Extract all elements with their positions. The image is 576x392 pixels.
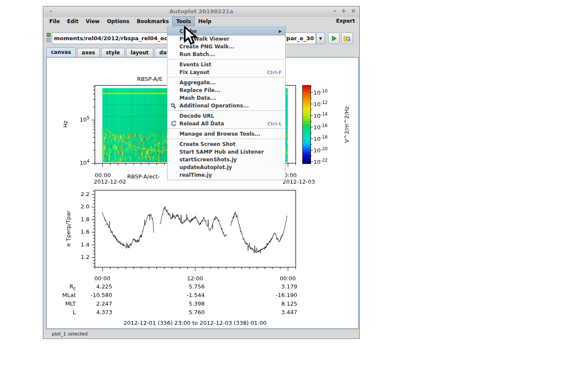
aux-row-label-re: RE: [50, 283, 76, 291]
colorbar-tick-10e-12: 10-12: [313, 100, 328, 107]
menu-item-label: Start SAMP Hub and Listener: [179, 149, 264, 155]
play-icon: [331, 35, 337, 42]
menu-item-fix-layout[interactable]: Fix LayoutCtrl-F: [167, 68, 285, 76]
colorbar-tick-10e-14: 10-14: [313, 112, 328, 119]
menu-item-label: Manage and Browse Tools...: [179, 131, 260, 137]
menu-item-label: startScreenShots.jy: [179, 157, 237, 163]
menubar-item-edit[interactable]: Edit: [64, 17, 82, 26]
menu-item-startscreenshots-jy[interactable]: startScreenShots.jy: [167, 156, 285, 163]
datasource-green-square-icon: [47, 33, 51, 37]
datasource-blue-square-icon: [47, 38, 51, 42]
menubar-item-view[interactable]: View: [82, 17, 103, 26]
menubar-item-bookmarks[interactable]: Bookmarks: [133, 17, 172, 26]
expert-label: Expert: [336, 18, 355, 24]
menu-item-events-list[interactable]: Events List: [167, 61, 285, 68]
colorbar: [302, 85, 311, 164]
top-xtick-left-time: 00:00: [94, 172, 111, 178]
menu-item-label: Aggregate...: [179, 80, 216, 86]
status-text: plot_1 selected: [52, 331, 88, 337]
menu-item-label: Mash Data...: [179, 95, 216, 101]
menu-item-reload-all-data[interactable]: Reload All DataCtrl-L: [167, 120, 285, 128]
menu-item-additional-operations[interactable]: Additional Operations...: [167, 102, 285, 110]
menu-item-run-batch[interactable]: Run Batch...: [167, 50, 285, 58]
menu-separator: [167, 77, 285, 78]
menu-item-label: Replace File...: [179, 87, 221, 93]
menu-item-manage-and-browse-tools[interactable]: Manage and Browse Tools...: [167, 130, 285, 138]
colorbar-tick-10e-16: 10-16: [313, 123, 328, 131]
close-button[interactable]: ×: [351, 7, 356, 14]
autoplot-window: ▾ Autoplot 20190221a – + × FileEditViewO…: [43, 6, 360, 339]
uri-dropdown-button[interactable]: ▼: [316, 33, 325, 44]
menubar-item-file[interactable]: File: [46, 17, 63, 26]
aux-value: 3.179: [259, 283, 297, 290]
bottom-plot-xtick-1: 12:00: [185, 275, 206, 282]
menubar: FileEditViewOptionsBookmarksToolsHelp Ex…: [43, 17, 359, 26]
menu-item-label: Create Screen Shot: [179, 141, 236, 147]
chevron-down-icon: ▼: [319, 36, 322, 41]
uri-text-left: moments/rel04/2012/rbspa_rel04_ect-h: [54, 35, 176, 42]
aux-value: 2.247: [74, 300, 112, 307]
bottom-plot-ytick-1.2: 1.2: [64, 254, 90, 260]
tab-canvas[interactable]: canvas: [46, 47, 76, 57]
status-bar: plot_1 selected: [43, 329, 359, 339]
colorbar-label: V^2/m^2/Hz: [343, 106, 350, 143]
aux-row-label-l: L: [50, 309, 76, 315]
inspect-uri-button[interactable]: [341, 33, 353, 44]
minimize-button[interactable]: –: [334, 7, 337, 14]
submenu-arrow-icon: ▶: [279, 29, 282, 33]
aux-row-label-mlat: MLat: [50, 292, 76, 298]
timeseries-plot[interactable]: [95, 190, 295, 267]
time-range-footer: 2012-12-01 (336) 23:00 to 2012-12-03 (33…: [95, 320, 295, 326]
go-button[interactable]: [328, 33, 340, 44]
menu-item-updateautoplot-jy[interactable]: updateAutoplot.jy: [167, 163, 285, 171]
aux-value: 4.225: [74, 283, 112, 290]
menu-item-realtime-jy[interactable]: realTime.jy: [167, 171, 285, 179]
window-title: Autoplot 20190221a: [43, 8, 359, 15]
titlebar[interactable]: ▾ Autoplot 20190221a – + ×: [43, 6, 359, 17]
aux-value: 5.760: [166, 309, 205, 315]
menubar-item-tools[interactable]: Tools: [173, 17, 194, 26]
top-plot-title: RBSP-A/E: [137, 76, 162, 82]
top-plot-context-label: RBSP-A/ect-: [127, 173, 160, 180]
menu-separator: [167, 110, 285, 111]
tab-layout[interactable]: layout: [126, 48, 153, 57]
menu-item-aggregate[interactable]: Aggregate...: [167, 79, 285, 86]
tab-style[interactable]: style: [101, 48, 125, 57]
menubar-item-options[interactable]: Options: [104, 17, 133, 26]
tab-bar: canvasaxesstylelayoutdata: [46, 47, 179, 57]
menu-item-label: Run Batch...: [179, 51, 215, 57]
tools-menu-popup: Cache▶PNG Walk ViewerCreate PNG Walk...R…: [167, 26, 286, 180]
aux-value: -16.190: [259, 292, 297, 298]
menu-item-mash-data[interactable]: Mash Data...: [167, 94, 285, 102]
menubar-item-help[interactable]: Help: [195, 17, 215, 26]
menu-item-create-screen-shot[interactable]: Create Screen Shot: [167, 140, 285, 148]
menubar-items: FileEditViewOptionsBookmarksToolsHelp: [46, 17, 215, 26]
maximize-button[interactable]: +: [341, 7, 346, 14]
bottom-plot-ytick-2.2: 2.2: [64, 191, 90, 197]
menu-item-label: Reload All Data: [179, 121, 224, 127]
bottom-plot-xtick-0: 00:00: [92, 275, 113, 282]
bottom-plot-xtick-2: 00:00: [277, 275, 298, 282]
reload-icon: [170, 120, 177, 127]
menu-separator: [167, 59, 285, 60]
aux-value: -1.544: [166, 292, 205, 298]
tab-axes[interactable]: axes: [77, 48, 100, 57]
menu-separator: [167, 128, 285, 129]
top-xtick-left-date: 2012-12-02: [94, 178, 126, 185]
aux-value: 5.756: [166, 283, 205, 290]
bottom-plot-ytick-2.0: 2.0: [64, 203, 90, 210]
datasource-icon: [46, 33, 51, 43]
menu-item-label: realTime.jy: [179, 172, 212, 178]
menu-item-start-samp-hub-and-listener[interactable]: Start SAMP Hub and Listener: [167, 148, 285, 156]
menu-item-replace-file[interactable]: Replace File...: [167, 86, 285, 94]
top-plot-ytick-10e5: 105: [64, 116, 90, 123]
menu-shortcut: Ctrl-F: [267, 70, 282, 75]
menu-item-label: Additional Operations...: [179, 103, 249, 109]
bottom-plot-ytick-1.6: 1.6: [64, 229, 90, 235]
menu-item-label: updateAutoplot.jy: [179, 164, 232, 170]
top-xtick-right-date: 2012-12-03: [283, 178, 315, 185]
folder-search-icon: [343, 35, 351, 42]
menu-item-decode-url[interactable]: Decode URL: [167, 112, 285, 120]
colorbar-tick-10e-20: 10-20: [313, 146, 328, 154]
mouse-cursor-icon: [182, 26, 198, 46]
